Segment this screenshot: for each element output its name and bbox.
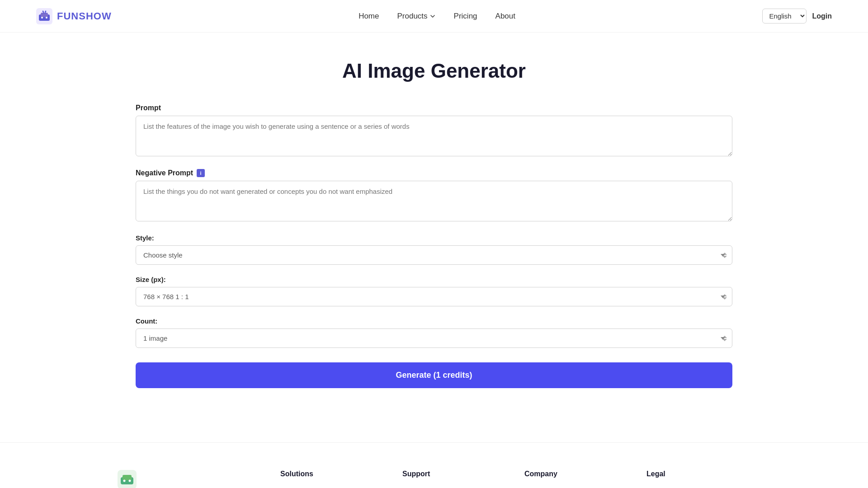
main-nav: Home Products Pricing About (359, 12, 515, 21)
style-group: Style: Choose style Realistic Anime Oil … (136, 234, 732, 265)
svg-rect-11 (123, 475, 132, 480)
language-select[interactable]: English Spanish French German Chinese (762, 9, 807, 23)
svg-point-8 (45, 10, 47, 12)
count-label: Count: (136, 317, 732, 325)
svg-point-7 (42, 10, 44, 12)
negative-prompt-input[interactable] (136, 181, 732, 221)
footer: Making the world a better place. Solutio… (0, 442, 868, 488)
nav-products[interactable]: Products (397, 12, 435, 21)
svg-point-4 (46, 17, 47, 19)
footer-logo-icon (118, 470, 137, 488)
footer-company: Company About (524, 470, 628, 488)
negative-prompt-group: Negative Prompt i (136, 169, 732, 223)
generator-form: Prompt Negative Prompt i Style: Choose s… (136, 104, 732, 388)
logo-link[interactable]: FUNSHOW (36, 8, 112, 24)
negative-prompt-label: Negative Prompt i (136, 169, 732, 177)
svg-point-3 (41, 17, 43, 19)
footer-solutions-heading: Solutions (280, 470, 384, 478)
main-content: AI Image Generator Prompt Negative Promp… (118, 33, 750, 406)
navbar: FUNSHOW Home Products Pricing About Engl… (0, 0, 868, 33)
generate-button[interactable]: Generate (1 credits) (136, 362, 732, 388)
footer-inner: Making the world a better place. Solutio… (118, 470, 750, 488)
svg-rect-2 (41, 13, 48, 17)
prompt-label: Prompt (136, 104, 732, 112)
footer-support-heading: Support (402, 470, 506, 478)
style-label: Style: (136, 234, 732, 242)
footer-brand: Making the world a better place. (118, 470, 262, 488)
footer-solutions: Solutions Product (280, 470, 384, 488)
prompt-input[interactable] (136, 116, 732, 156)
count-select-wrapper: 1 image 2 images 3 images 4 images (136, 328, 732, 348)
prompt-group: Prompt (136, 104, 732, 158)
style-select[interactable]: Choose style Realistic Anime Oil Paintin… (136, 245, 732, 265)
footer-company-heading: Company (524, 470, 628, 478)
size-label: Size (px): (136, 276, 732, 283)
nav-home[interactable]: Home (359, 12, 379, 20)
size-group: Size (px): 768 × 768 1 : 1 512 × 512 1 :… (136, 276, 732, 306)
info-icon: i (197, 169, 205, 177)
footer-legal: Legal Privacy Terms (646, 470, 750, 488)
nav-about[interactable]: About (495, 12, 515, 20)
page-title: AI Image Generator (136, 60, 732, 82)
chevron-down-icon (429, 13, 436, 19)
svg-point-12 (123, 480, 126, 482)
count-group: Count: 1 image 2 images 3 images 4 image… (136, 317, 732, 348)
count-select[interactable]: 1 image 2 images 3 images 4 images (136, 328, 732, 348)
nav-pricing[interactable]: Pricing (454, 12, 477, 20)
svg-point-13 (129, 480, 131, 482)
style-select-wrapper: Choose style Realistic Anime Oil Paintin… (136, 245, 732, 265)
footer-legal-heading: Legal (646, 470, 750, 478)
size-select-wrapper: 768 × 768 1 : 1 512 × 512 1 : 1 1024 × 1… (136, 287, 732, 306)
size-select[interactable]: 768 × 768 1 : 1 512 × 512 1 : 1 1024 × 1… (136, 287, 732, 306)
login-button[interactable]: Login (812, 12, 832, 20)
logo-text: FUNSHOW (57, 10, 112, 22)
logo-icon (36, 8, 52, 24)
navbar-right: English Spanish French German Chinese Lo… (762, 9, 832, 23)
footer-support: Support Pricing Support (402, 470, 506, 488)
